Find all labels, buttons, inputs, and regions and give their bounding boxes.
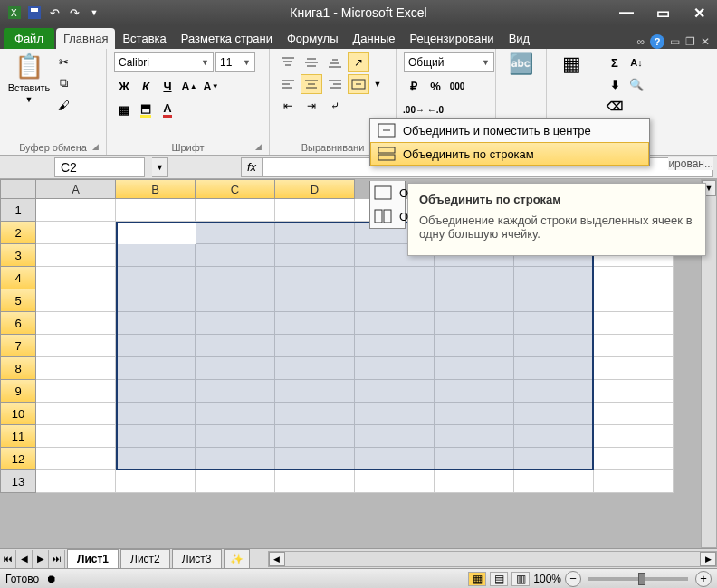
cell[interactable]	[116, 470, 196, 493]
row-header[interactable]: 2	[0, 222, 36, 244]
cell[interactable]	[36, 289, 116, 312]
align-top-icon[interactable]	[277, 52, 299, 72]
page-layout-view-icon[interactable]: ▤	[490, 572, 508, 586]
cell[interactable]	[36, 403, 116, 425]
align-left-icon[interactable]	[277, 74, 299, 94]
minimize-button[interactable]: —	[608, 2, 645, 24]
cell[interactable]	[36, 312, 116, 335]
cell[interactable]	[594, 425, 674, 448]
row-header[interactable]: 9	[0, 380, 36, 403]
scroll-left-icon[interactable]: ◀	[269, 552, 285, 566]
font-size-combo[interactable]: 11▼	[215, 52, 255, 72]
horizontal-scrollbar[interactable]: ◀ ▶	[268, 551, 717, 567]
zoom-level[interactable]: 100%	[533, 573, 561, 585]
fx-button[interactable]: fx	[241, 157, 263, 177]
tab-layout[interactable]: Разметка страни	[174, 28, 280, 49]
merge-cells-item[interactable]: О	[370, 181, 405, 204]
cell[interactable]	[594, 380, 674, 403]
decrease-decimal-icon[interactable]: ←.0	[425, 100, 445, 119]
find-icon[interactable]: 🔍	[626, 74, 646, 94]
cell[interactable]	[435, 470, 514, 493]
help-icon[interactable]: ?	[650, 34, 664, 49]
cell[interactable]	[594, 312, 674, 335]
tab-home[interactable]: Главная	[56, 28, 115, 49]
align-right-icon[interactable]	[324, 74, 346, 94]
cell[interactable]	[594, 448, 674, 470]
row-header[interactable]: 8	[0, 357, 36, 380]
unmerge-item[interactable]: О	[370, 204, 405, 228]
increase-decimal-icon[interactable]: .00→	[404, 100, 424, 119]
addins-icon[interactable]: ∞	[636, 35, 645, 48]
cell[interactable]	[36, 244, 116, 267]
col-header-A[interactable]: A	[36, 179, 116, 199]
currency-icon[interactable]: ₽	[404, 76, 424, 96]
font-color-icon[interactable]: A	[158, 100, 177, 119]
redo-icon[interactable]: ↷	[65, 4, 83, 22]
row-header[interactable]: 10	[0, 403, 36, 425]
cell[interactable]	[514, 470, 594, 493]
format-painter-icon[interactable]: 🖌	[54, 96, 72, 114]
zoom-in-icon[interactable]: +	[695, 571, 712, 587]
merge-cells-button[interactable]	[348, 74, 369, 94]
number-format-combo[interactable]: Общий▼	[404, 52, 494, 72]
tab-formulas[interactable]: Формулы	[280, 28, 346, 49]
qat-dropdown-icon[interactable]: ▼	[85, 4, 103, 22]
cell[interactable]	[594, 357, 674, 380]
wrap-text-icon[interactable]: ⤶	[324, 96, 346, 116]
cell[interactable]	[275, 199, 355, 222]
cell[interactable]	[594, 267, 674, 289]
shrink-font-icon[interactable]: A▼	[201, 76, 221, 96]
sheet-tab-2[interactable]: Лист2	[120, 549, 170, 568]
row-header[interactable]: 6	[0, 312, 36, 335]
cell[interactable]	[116, 199, 196, 222]
paste-dropdown-icon[interactable]: ▼	[25, 95, 33, 104]
orientation-icon[interactable]: ↗	[348, 52, 369, 72]
tab-insert[interactable]: Вставка	[115, 28, 173, 49]
macro-record-icon[interactable]: ⏺	[46, 573, 57, 585]
col-header-B[interactable]: B	[116, 179, 196, 199]
row-header[interactable]: 3	[0, 244, 36, 267]
tab-view[interactable]: Вид	[502, 28, 538, 49]
merge-dropdown-icon[interactable]: ▼	[371, 74, 384, 94]
row-header[interactable]: 7	[0, 335, 36, 357]
zoom-thumb[interactable]	[638, 573, 645, 585]
tab-data[interactable]: Данные	[346, 28, 403, 49]
col-header-C[interactable]: C	[196, 179, 275, 199]
align-middle-icon[interactable]	[301, 52, 322, 72]
cell[interactable]	[594, 403, 674, 425]
new-sheet-icon[interactable]: ✨	[224, 549, 250, 568]
decrease-indent-icon[interactable]: ⇤	[277, 96, 299, 116]
cell[interactable]	[36, 222, 116, 244]
clipboard-launcher-icon[interactable]: ◢	[92, 142, 99, 151]
autosum-icon[interactable]: Σ	[605, 52, 625, 72]
cut-icon[interactable]: ✂	[54, 52, 72, 71]
cell[interactable]	[196, 199, 275, 222]
tab-review[interactable]: Рецензировани	[402, 28, 501, 49]
merge-rows-item[interactable]: Объединить по строкам	[370, 142, 649, 166]
cell[interactable]	[36, 335, 116, 357]
cell[interactable]	[36, 357, 116, 380]
bold-button[interactable]: Ж	[114, 76, 134, 96]
cell[interactable]	[36, 470, 116, 493]
scroll-right-icon[interactable]: ▶	[700, 552, 716, 566]
cell[interactable]	[594, 470, 674, 493]
sheet-prev-icon[interactable]: ◀	[16, 550, 33, 568]
sheet-tab-1[interactable]: Лист1	[67, 549, 119, 568]
close-button[interactable]: ✕	[681, 2, 717, 24]
grow-font-icon[interactable]: A▲	[179, 76, 199, 96]
row-header[interactable]: 5	[0, 289, 36, 312]
copy-icon[interactable]: ⧉	[54, 74, 72, 92]
cell[interactable]	[36, 267, 116, 289]
increase-indent-icon[interactable]: ⇥	[301, 96, 322, 116]
row-header[interactable]: 1	[0, 199, 36, 222]
zoom-slider[interactable]	[588, 577, 688, 581]
name-box[interactable]: C2	[54, 157, 145, 177]
cell[interactable]	[275, 470, 355, 493]
cell[interactable]	[355, 470, 435, 493]
font-launcher-icon[interactable]: ◢	[255, 142, 262, 151]
paste-button[interactable]: 📋 Вставить ▼	[7, 52, 51, 140]
font-name-combo[interactable]: Calibri▼	[114, 52, 214, 72]
align-center-icon[interactable]	[301, 74, 322, 94]
cell[interactable]	[594, 289, 674, 312]
sheet-last-icon[interactable]: ⏭	[49, 550, 65, 568]
